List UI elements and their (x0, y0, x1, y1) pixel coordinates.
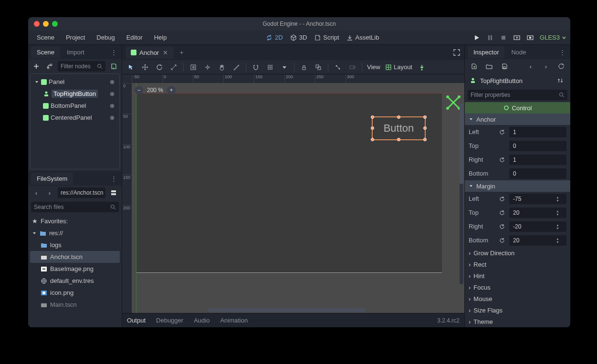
resize-handle[interactable] (371, 115, 374, 119)
lock-button[interactable] (299, 62, 309, 72)
file-tree[interactable]: ★ Favorites: res:// logs Anchor.ts (28, 214, 122, 327)
file-item[interactable]: default_env.tres (30, 275, 120, 287)
move-tool[interactable] (140, 62, 150, 72)
resize-handle[interactable] (397, 115, 400, 119)
toggle-split-button[interactable] (108, 187, 119, 198)
attach-script-button[interactable] (108, 61, 119, 72)
pivot-tool[interactable] (203, 62, 212, 72)
stepper-icon[interactable]: ▲▼ (556, 209, 563, 216)
section-size-flags[interactable]: ›Size Flags (465, 304, 570, 316)
reset-icon[interactable] (498, 222, 506, 231)
workspace-2d[interactable]: 2D (265, 34, 283, 42)
section-rect[interactable]: ›Rect (465, 259, 570, 270)
renderer-dropdown[interactable]: GLES3 (540, 34, 566, 41)
filesystem-panel-menu[interactable]: ⋮ (109, 175, 119, 182)
menu-project[interactable]: Project (61, 32, 90, 43)
path-back-button[interactable]: ‹ (31, 187, 42, 198)
list-select-tool[interactable] (189, 62, 198, 72)
resize-handle[interactable] (371, 138, 374, 141)
resize-handle[interactable] (423, 126, 427, 130)
viewport-scrollbar-h[interactable] (208, 308, 366, 312)
grid-snap-toggle[interactable] (265, 62, 275, 72)
resize-handle[interactable] (397, 138, 400, 141)
play-custom-button[interactable] (526, 34, 534, 42)
layout-menu[interactable]: Layout (385, 63, 412, 71)
load-resource-button[interactable] (484, 61, 494, 72)
anchor-indicator-icon[interactable] (446, 95, 461, 110)
section-margin[interactable]: Margin (465, 180, 570, 192)
history-back-button[interactable]: ‹ (525, 61, 536, 72)
margin-right-input[interactable]: -20 ▲▼ (509, 221, 566, 232)
visibility-icon[interactable] (109, 103, 115, 109)
tree-item-bottompanel[interactable]: BottomPanel (32, 100, 117, 112)
menu-help[interactable]: Help (149, 32, 172, 43)
visibility-icon[interactable] (109, 91, 115, 97)
stepper-icon[interactable]: ▲▼ (556, 223, 563, 230)
tab-node[interactable]: Node (505, 46, 532, 58)
tab-output[interactable]: Output (127, 317, 146, 324)
margin-left-input[interactable]: -75 ▲▼ (509, 194, 566, 204)
section-anchor[interactable]: Anchor (465, 114, 570, 125)
anchor-bottom-input[interactable]: 0 (509, 168, 566, 179)
stepper-icon[interactable]: ▲▼ (556, 237, 563, 244)
zoom-value[interactable]: 200 % (147, 87, 163, 94)
group-button[interactable] (314, 62, 323, 72)
resize-handle[interactable] (423, 115, 427, 119)
snap-toggle[interactable] (251, 62, 261, 72)
reset-icon[interactable] (498, 208, 506, 217)
history-menu-button[interactable] (556, 61, 566, 72)
menu-scene[interactable]: Scene (32, 32, 59, 43)
path-field[interactable]: res://Anchor.tscn (58, 187, 105, 198)
history-fwd-button[interactable]: › (541, 61, 551, 72)
tab-animation[interactable]: Animation (220, 317, 248, 324)
scene-panel-menu[interactable]: ⋮ (109, 49, 119, 56)
pause-button[interactable] (486, 34, 494, 42)
path-forward-button[interactable]: › (44, 187, 55, 198)
add-tab-button[interactable]: ＋ (178, 48, 185, 57)
reset-icon[interactable] (498, 128, 506, 136)
canvas-viewport[interactable]: -50050100150200250300 050100150200 − 200… (122, 74, 464, 313)
tab-filesystem[interactable]: FileSystem (31, 173, 73, 185)
section-grow-direction[interactable]: ›Grow Direction (465, 247, 570, 259)
anchor-top-input[interactable]: 0 (509, 141, 566, 151)
reset-icon[interactable] (498, 156, 506, 164)
tab-inspector[interactable]: Inspector (468, 46, 504, 58)
search-files-input[interactable]: Search files (31, 202, 119, 212)
new-resource-button[interactable] (469, 61, 479, 72)
reset-icon[interactable] (498, 236, 506, 245)
viewport-scrollbar-v[interactable] (460, 103, 463, 284)
select-tool[interactable] (126, 62, 136, 72)
tab-import[interactable]: Import (61, 46, 90, 58)
button-node-rect[interactable]: Button (372, 116, 426, 140)
scale-tool[interactable] (169, 62, 178, 72)
workspace-assetlib[interactable]: AssetLib (346, 34, 379, 42)
inspector-panel-menu[interactable]: ⋮ (557, 49, 567, 56)
reset-icon[interactable] (498, 195, 506, 203)
ruler-tool[interactable] (231, 62, 241, 72)
section-theme[interactable]: ›Theme (465, 316, 570, 327)
section-focus[interactable]: ›Focus (465, 281, 570, 293)
zoom-out-button[interactable]: − (135, 86, 143, 94)
margin-bottom-input[interactable]: 20 ▲▼ (509, 235, 566, 246)
play-button[interactable] (473, 34, 481, 42)
workspace-script[interactable]: Script (314, 34, 339, 42)
workspace-3d[interactable]: 3D (290, 34, 307, 42)
collapse-icon[interactable] (34, 80, 39, 84)
filter-properties-input[interactable]: Filter properties (468, 90, 567, 100)
section-mouse[interactable]: ›Mouse (465, 293, 570, 304)
tab-scene[interactable]: Scene (31, 46, 60, 58)
section-hint[interactable]: ›Hint (465, 270, 570, 281)
visibility-icon[interactable] (109, 114, 115, 121)
resize-handle[interactable] (423, 138, 427, 141)
margin-top-input[interactable]: 20 ▲▼ (509, 208, 566, 218)
rotate-tool[interactable] (155, 62, 164, 72)
tree-item-toprightbutton[interactable]: TopRightButton (32, 88, 117, 100)
menu-debug[interactable]: Debug (92, 32, 119, 43)
instance-button[interactable] (44, 61, 55, 72)
save-resource-button[interactable] (499, 61, 510, 72)
tab-audio[interactable]: Audio (194, 317, 209, 324)
anchor-left-input[interactable]: 1 (509, 127, 566, 137)
override-camera[interactable] (347, 62, 357, 72)
file-item[interactable]: BaseImage.png (30, 263, 120, 275)
anchor-right-input[interactable]: 1 (509, 155, 566, 165)
